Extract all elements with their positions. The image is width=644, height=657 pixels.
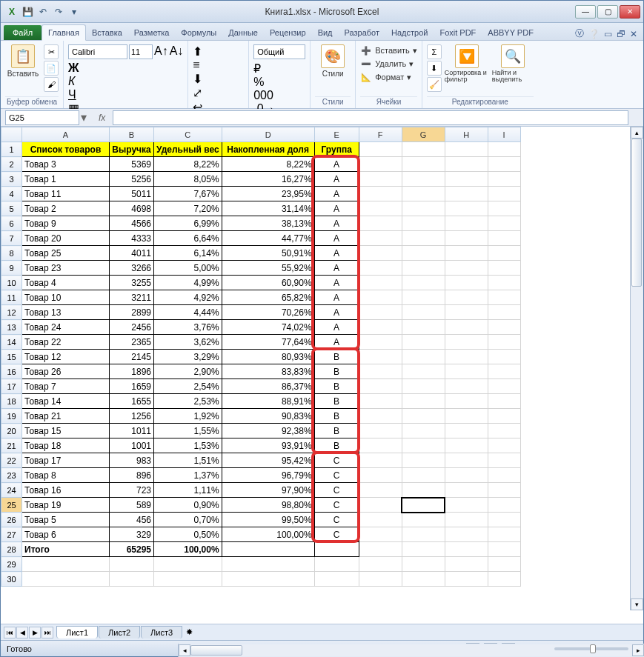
cell-H23[interactable] bbox=[445, 468, 488, 483]
number-format-select[interactable] bbox=[253, 44, 305, 59]
cell-H21[interactable] bbox=[445, 438, 488, 453]
cell-C29[interactable] bbox=[154, 557, 222, 572]
cell-F1[interactable] bbox=[359, 142, 402, 157]
cell-A15[interactable]: Товар 12 bbox=[22, 350, 110, 364]
cell-C19[interactable]: 1,92% bbox=[154, 409, 222, 424]
cell-G11[interactable] bbox=[402, 290, 445, 305]
cell-A22[interactable]: Товар 17 bbox=[22, 453, 110, 468]
redo-icon[interactable]: ↷ bbox=[52, 5, 65, 19]
cell-C1[interactable]: Удельный вес bbox=[154, 142, 222, 157]
row-header-30[interactable]: 30 bbox=[1, 572, 22, 587]
cell-G9[interactable] bbox=[402, 261, 445, 276]
scroll-left-icon[interactable]: ◂ bbox=[179, 644, 190, 656]
maximize-button[interactable]: ▢ bbox=[597, 5, 618, 19]
cell-B23[interactable]: 896 bbox=[110, 468, 154, 483]
grow-font-icon[interactable]: A↑ bbox=[154, 44, 168, 59]
cell-F9[interactable] bbox=[359, 261, 402, 276]
cell-F17[interactable] bbox=[359, 379, 402, 394]
cell-I26[interactable] bbox=[488, 513, 520, 527]
sheet-tab-1[interactable]: Лист1 bbox=[56, 626, 98, 638]
cell-B13[interactable]: 2456 bbox=[110, 320, 154, 335]
cell-F25[interactable] bbox=[359, 498, 402, 513]
cell-C13[interactable]: 3,76% bbox=[154, 320, 222, 335]
cell-D14[interactable]: 77,64% bbox=[222, 335, 314, 350]
cell-G13[interactable] bbox=[402, 320, 445, 335]
close-button[interactable]: ✕ bbox=[620, 5, 640, 19]
cell-H28[interactable] bbox=[445, 542, 488, 557]
cell-I4[interactable] bbox=[488, 187, 520, 201]
cell-G4[interactable] bbox=[402, 187, 445, 201]
cell-I13[interactable] bbox=[488, 320, 520, 335]
cell-D28[interactable] bbox=[222, 542, 314, 557]
cell-B8[interactable]: 4011 bbox=[110, 246, 154, 261]
cell-G30[interactable] bbox=[402, 572, 445, 587]
row-header-25[interactable]: 25 bbox=[1, 498, 22, 513]
cell-I19[interactable] bbox=[488, 409, 520, 424]
cell-F3[interactable] bbox=[359, 172, 402, 187]
cell-H10[interactable] bbox=[445, 276, 488, 290]
cell-C22[interactable]: 1,51% bbox=[154, 453, 222, 468]
cell-B4[interactable]: 5011 bbox=[110, 187, 154, 201]
tab-data[interactable]: Данные bbox=[222, 25, 264, 40]
scroll-down-icon[interactable]: ▾ bbox=[631, 598, 643, 610]
row-header-23[interactable]: 23 bbox=[1, 468, 22, 483]
cell-C7[interactable]: 6,64% bbox=[154, 231, 222, 246]
cell-H13[interactable] bbox=[445, 320, 488, 335]
cell-F23[interactable] bbox=[359, 468, 402, 483]
row-header-18[interactable]: 18 bbox=[1, 394, 22, 409]
cell-I10[interactable] bbox=[488, 276, 520, 290]
row-header-7[interactable]: 7 bbox=[1, 231, 22, 246]
cell-C3[interactable]: 8,05% bbox=[154, 172, 222, 187]
cell-C23[interactable]: 1,37% bbox=[154, 468, 222, 483]
cell-A6[interactable]: Товар 9 bbox=[22, 216, 110, 231]
cell-H22[interactable] bbox=[445, 453, 488, 468]
cell-H16[interactable] bbox=[445, 364, 488, 379]
cell-D2[interactable]: 8,22% bbox=[222, 157, 314, 172]
cell-E5[interactable]: A bbox=[314, 201, 359, 216]
cell-A19[interactable]: Товар 21 bbox=[22, 409, 110, 424]
cell-E20[interactable]: B bbox=[314, 424, 359, 438]
new-sheet-icon[interactable]: ✸ bbox=[186, 627, 193, 637]
help-icon[interactable]: ❔ bbox=[588, 29, 600, 39]
scroll-right-icon[interactable]: ▸ bbox=[632, 644, 644, 656]
row-header-16[interactable]: 16 bbox=[1, 364, 22, 379]
cell-E4[interactable]: A bbox=[314, 187, 359, 201]
cell-B3[interactable]: 5256 bbox=[110, 172, 154, 187]
cell-H8[interactable] bbox=[445, 246, 488, 261]
cell-I23[interactable] bbox=[488, 468, 520, 483]
cell-A1[interactable]: Список товаров bbox=[22, 142, 110, 157]
cell-I5[interactable] bbox=[488, 201, 520, 216]
cell-G5[interactable] bbox=[402, 201, 445, 216]
cell-I24[interactable] bbox=[488, 483, 520, 498]
cell-I25[interactable] bbox=[488, 498, 520, 513]
cell-B5[interactable]: 4698 bbox=[110, 201, 154, 216]
copy-icon[interactable]: 📄 bbox=[44, 61, 59, 76]
cell-H4[interactable] bbox=[445, 187, 488, 201]
cell-E29[interactable] bbox=[314, 557, 359, 572]
cell-B24[interactable]: 723 bbox=[110, 483, 154, 498]
row-header-10[interactable]: 10 bbox=[1, 276, 22, 290]
cell-G19[interactable] bbox=[402, 409, 445, 424]
cell-A13[interactable]: Товар 24 bbox=[22, 320, 110, 335]
format-cells-button[interactable]: 📐Формат ▾ bbox=[360, 71, 411, 83]
cell-I17[interactable] bbox=[488, 379, 520, 394]
tab-foxit[interactable]: Foxit PDF bbox=[434, 25, 482, 40]
row-header-22[interactable]: 22 bbox=[1, 453, 22, 468]
cell-F24[interactable] bbox=[359, 483, 402, 498]
col-header-I[interactable]: I bbox=[488, 127, 520, 142]
cell-F30[interactable] bbox=[359, 572, 402, 587]
cell-E23[interactable]: C bbox=[314, 468, 359, 483]
cell-H24[interactable] bbox=[445, 483, 488, 498]
cell-D18[interactable]: 88,91% bbox=[222, 394, 314, 409]
cell-C17[interactable]: 2,54% bbox=[154, 379, 222, 394]
cell-I28[interactable] bbox=[488, 542, 520, 557]
undo-icon[interactable]: ↶ bbox=[36, 5, 50, 19]
underline-button[interactable]: Ч bbox=[68, 88, 83, 101]
cell-B11[interactable]: 3211 bbox=[110, 290, 154, 305]
save-icon[interactable]: 💾 bbox=[21, 5, 34, 19]
cell-D27[interactable]: 100,00% bbox=[222, 527, 314, 542]
cell-I1[interactable] bbox=[488, 142, 520, 157]
cell-A14[interactable]: Товар 22 bbox=[22, 335, 110, 350]
cell-D24[interactable]: 97,90% bbox=[222, 483, 314, 498]
cell-E12[interactable]: A bbox=[314, 305, 359, 320]
